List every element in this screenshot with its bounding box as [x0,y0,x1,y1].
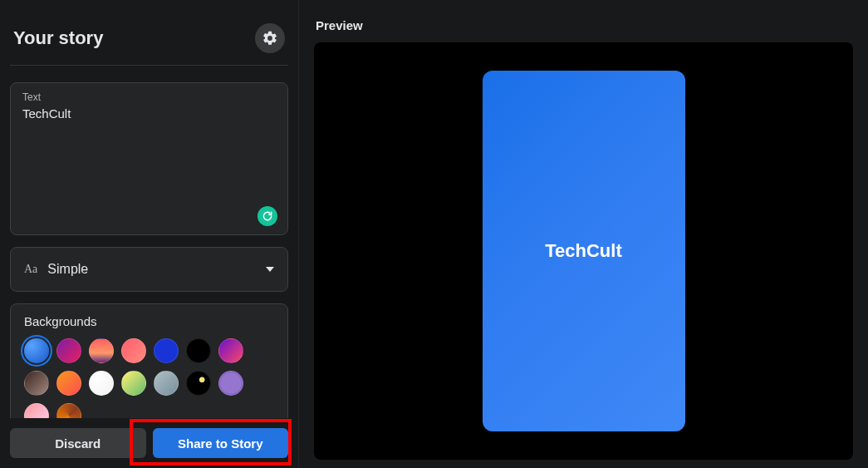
story-preview-text: TechCult [545,240,621,262]
background-swatch[interactable] [89,338,114,363]
background-swatch[interactable] [89,371,114,396]
backgrounds-panel: Backgrounds [10,303,288,434]
background-swatch[interactable] [24,371,49,396]
sidebar-footer: Discard Share to Story [0,418,298,468]
discard-button[interactable]: Discard [10,428,146,458]
text-field-label: Text [22,91,276,103]
font-icon: Aa [24,263,37,276]
share-button[interactable]: Share to Story [153,428,289,458]
background-swatch[interactable] [154,371,179,396]
story-editor-sidebar: Your story Text TechCult Aa Simple Backg… [0,0,299,468]
text-field-value: TechCult [22,106,276,121]
background-swatch[interactable] [56,338,81,363]
background-swatch[interactable] [24,338,49,363]
font-selector[interactable]: Aa Simple [10,247,288,292]
background-swatch[interactable] [121,338,146,363]
background-swatch[interactable] [154,338,179,363]
chevron-down-icon [266,267,274,272]
sidebar-header: Your story [10,0,288,66]
backgrounds-title: Backgrounds [24,314,274,328]
gear-icon [262,30,278,47]
preview-stage: TechCult [314,42,853,460]
background-swatch[interactable] [218,338,243,363]
background-swatch[interactable] [56,371,81,396]
story-card-preview[interactable]: TechCult [483,71,685,431]
background-swatch[interactable] [186,338,211,363]
background-swatch[interactable] [218,371,243,396]
background-swatch-grid [24,338,274,428]
background-swatch[interactable] [121,371,146,396]
settings-button[interactable] [255,23,285,53]
grammarly-icon[interactable] [257,206,277,226]
font-selector-value: Simple [47,262,88,277]
background-swatch[interactable] [186,371,211,396]
preview-pane: Preview TechCult [299,0,868,468]
preview-label: Preview [314,0,853,42]
page-title: Your story [13,27,103,49]
story-text-input[interactable]: Text TechCult [10,82,288,235]
